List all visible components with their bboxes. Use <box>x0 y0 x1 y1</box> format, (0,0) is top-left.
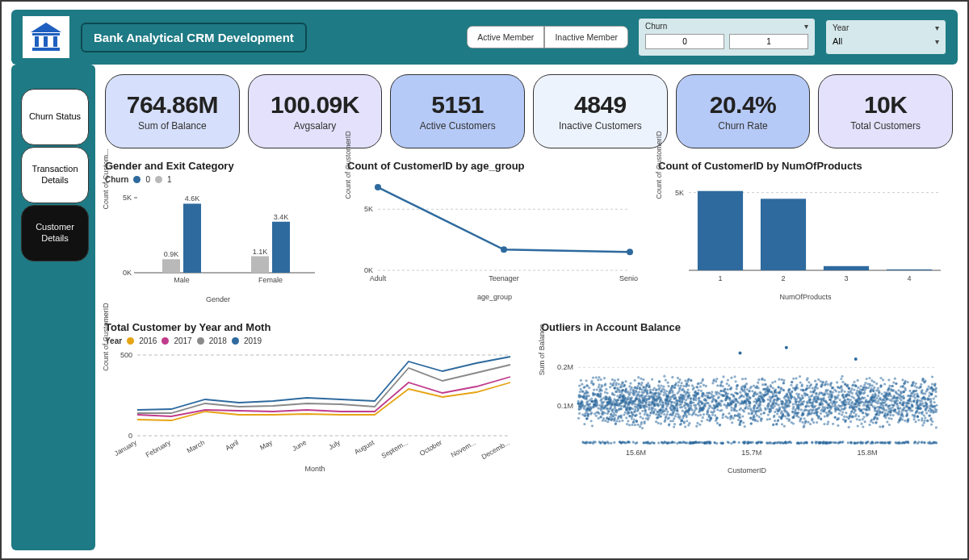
svg-point-1327 <box>646 384 648 387</box>
svg-point-2163 <box>646 392 648 395</box>
svg-rect-1 <box>32 33 60 36</box>
svg-point-1578 <box>892 381 895 383</box>
svg-point-2928 <box>689 441 691 443</box>
svg-point-2505 <box>672 407 674 409</box>
svg-point-617 <box>611 378 614 381</box>
nav-item-0[interactable]: Churn Status <box>21 89 89 145</box>
svg-point-1833 <box>810 383 812 386</box>
svg-point-434 <box>716 422 719 424</box>
churn-slicer[interactable]: Churn ▾ 0 1 <box>638 18 816 56</box>
nav-item-2[interactable]: Customer Details <box>21 205 89 261</box>
svg-point-657 <box>931 420 933 423</box>
svg-point-2594 <box>786 412 788 414</box>
svg-point-2938 <box>788 441 791 443</box>
year-dropdown[interactable]: All ▾ <box>833 35 939 48</box>
svg-point-899 <box>924 416 926 419</box>
svg-point-1661 <box>585 398 588 400</box>
svg-point-2504 <box>634 387 636 389</box>
svg-point-2357 <box>926 420 929 422</box>
svg-point-1142 <box>629 382 631 385</box>
svg-point-1262 <box>773 416 775 418</box>
svg-point-1749 <box>827 403 829 406</box>
kpi-row: 764.86MSum of Balance100.09KAvgsalary515… <box>105 74 953 148</box>
svg-point-1157 <box>808 395 810 398</box>
svg-point-2315 <box>930 417 933 420</box>
svg-point-2621 <box>775 408 778 411</box>
svg-point-2954 <box>903 441 905 444</box>
svg-point-2432 <box>691 409 694 412</box>
svg-point-2617 <box>822 381 824 383</box>
svg-point-1802 <box>700 420 703 422</box>
svg-point-2410 <box>826 423 828 425</box>
svg-text:5K: 5K <box>364 205 373 213</box>
svg-point-1687 <box>657 414 660 416</box>
svg-point-1228 <box>609 386 611 388</box>
svg-point-940 <box>600 378 602 381</box>
svg-point-2640 <box>778 387 780 389</box>
svg-point-1885 <box>619 394 621 396</box>
svg-point-2642 <box>867 405 870 407</box>
svg-point-2603 <box>700 407 703 409</box>
svg-point-1287 <box>578 394 581 396</box>
svg-point-2233 <box>690 379 692 382</box>
churn-option-1[interactable]: 1 <box>729 34 808 49</box>
svg-point-729 <box>814 380 816 382</box>
svg-point-1971 <box>719 384 722 387</box>
svg-point-1922 <box>724 391 727 394</box>
svg-text:15.6M: 15.6M <box>626 449 646 457</box>
svg-point-2648 <box>877 395 879 397</box>
svg-point-581 <box>908 390 911 392</box>
svg-point-2657 <box>837 397 839 399</box>
svg-point-1972 <box>693 399 695 401</box>
svg-point-2496 <box>653 387 656 389</box>
svg-point-1089 <box>586 391 589 394</box>
svg-point-2325 <box>606 401 609 403</box>
svg-point-1107 <box>692 388 694 391</box>
chart-num-products: Count of CustomerID by NumOfProducts Cou… <box>658 160 953 313</box>
svg-point-2352 <box>887 387 890 390</box>
svg-text:March: March <box>186 438 207 455</box>
svg-point-132 <box>766 418 769 420</box>
svg-point-2588 <box>866 409 868 412</box>
svg-point-2423 <box>933 383 936 386</box>
svg-point-1234 <box>848 395 850 397</box>
svg-point-2050 <box>636 420 638 423</box>
active-member-button[interactable]: Active Member <box>467 26 544 49</box>
svg-point-2874 <box>847 441 849 444</box>
svg-point-2952 <box>592 442 594 445</box>
svg-point-2079 <box>723 403 725 406</box>
svg-point-2476 <box>888 391 891 394</box>
app-frame: Bank Analytical CRM Development Active M… <box>0 0 969 560</box>
svg-point-1333 <box>840 386 842 388</box>
svg-point-482 <box>797 416 799 418</box>
churn-option-0[interactable]: 0 <box>645 34 724 49</box>
svg-point-923 <box>726 382 728 385</box>
svg-point-2886 <box>665 441 668 444</box>
year-slicer[interactable]: Year ▾ All ▾ <box>825 19 946 55</box>
svg-point-2469 <box>731 400 733 403</box>
svg-point-1193 <box>869 384 871 387</box>
svg-point-1907 <box>837 394 840 396</box>
svg-point-2632 <box>744 386 746 388</box>
svg-point-1782 <box>770 405 772 407</box>
svg-point-2310 <box>627 411 630 413</box>
svg-point-2321 <box>866 378 868 380</box>
svg-point-2369 <box>707 407 710 409</box>
svg-point-1961 <box>615 384 617 387</box>
svg-point-1565 <box>661 401 664 403</box>
svg-point-2266 <box>822 406 824 408</box>
svg-point-680 <box>774 380 776 382</box>
svg-point-1411 <box>648 414 651 416</box>
svg-text:Female: Female <box>258 276 283 284</box>
svg-point-2311 <box>677 381 680 383</box>
svg-point-2656 <box>804 420 807 422</box>
svg-point-1264 <box>879 397 881 399</box>
svg-point-2383 <box>680 403 682 405</box>
svg-point-2509 <box>639 388 641 391</box>
svg-point-723 <box>839 399 841 401</box>
svg-point-2883 <box>896 441 898 444</box>
inactive-member-button[interactable]: Inactive Member <box>544 26 628 49</box>
nav-item-1[interactable]: Transaction Details <box>21 147 89 203</box>
svg-point-644 <box>623 405 626 407</box>
svg-point-2486 <box>872 405 875 407</box>
